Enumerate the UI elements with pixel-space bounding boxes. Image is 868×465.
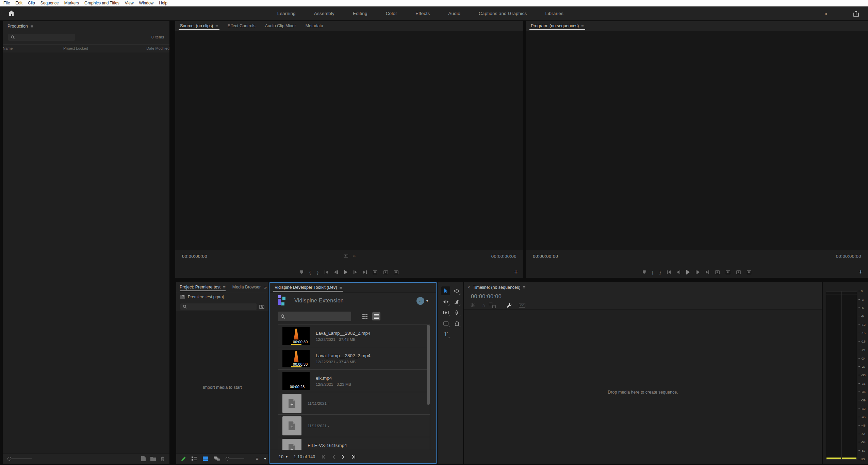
- go-to-out-button[interactable]: [706, 270, 709, 275]
- media-list-item[interactable]: 11/11/2021 -: [278, 392, 430, 415]
- rectangle-tool[interactable]: [441, 319, 450, 328]
- snap-magnet-icon[interactable]: ∩: [482, 303, 485, 308]
- media-list-item[interactable]: 00:00:30 Lava_Lamp__2802_2.mp4 12/22/202…: [278, 325, 430, 347]
- writable-pencil-icon[interactable]: [181, 456, 186, 461]
- account-menu[interactable]: a ▾: [416, 297, 428, 305]
- export-frame-button[interactable]: [394, 270, 398, 275]
- slip-tool[interactable]: [441, 308, 450, 317]
- next-page-button[interactable]: [342, 455, 345, 459]
- source-viewer[interactable]: [175, 31, 523, 250]
- type-tool[interactable]: T: [441, 330, 450, 339]
- menu-item[interactable]: Edit: [13, 0, 25, 6]
- panel-menu-icon[interactable]: ≡: [581, 24, 584, 28]
- last-page-button[interactable]: [351, 455, 356, 459]
- menu-item[interactable]: Sequence: [38, 0, 62, 6]
- vidispine-tab[interactable]: Vidispine Developer Toolkit (Dev) ≡: [270, 283, 347, 292]
- go-to-in-button[interactable]: [325, 270, 328, 275]
- workspace-overflow-chevron[interactable]: »: [824, 11, 827, 16]
- column-header[interactable]: Name ↑: [3, 46, 63, 50]
- razor-tool[interactable]: [452, 297, 461, 306]
- grid-view-toggle[interactable]: [361, 312, 369, 320]
- menu-item[interactable]: File: [1, 0, 13, 6]
- play-button[interactable]: [344, 270, 347, 275]
- timeline-playhead-timecode[interactable]: 00:00:00:00: [471, 294, 502, 300]
- audio-meter[interactable]: [826, 291, 857, 460]
- sort-icon[interactable]: ≡: [256, 456, 259, 461]
- media-browser-tab[interactable]: Media Browser: [229, 282, 264, 292]
- page-size-select[interactable]: 10 ▾: [279, 454, 288, 459]
- selection-tool[interactable]: [441, 286, 450, 295]
- chevron-down-icon[interactable]: ▾: [264, 457, 266, 461]
- monitor-tab[interactable]: Effect Controls: [223, 21, 260, 31]
- workspace-tab[interactable]: Libraries: [536, 6, 573, 20]
- lift-button[interactable]: [715, 270, 720, 275]
- close-panel-icon[interactable]: ×: [464, 285, 472, 290]
- workspace-tab[interactable]: Audio: [439, 6, 470, 20]
- trash-icon[interactable]: [161, 456, 165, 461]
- workspace-tab[interactable]: Learning: [268, 6, 305, 20]
- pen-tool[interactable]: [452, 308, 461, 317]
- captions-icon[interactable]: CC: [519, 303, 525, 308]
- go-to-out-button[interactable]: [363, 270, 367, 275]
- ripple-edit-tool[interactable]: [441, 297, 450, 306]
- panel-menu-icon[interactable]: ≡: [223, 285, 226, 289]
- menu-item[interactable]: Window: [136, 0, 157, 6]
- workspace-tab[interactable]: Captions and Graphics: [470, 6, 536, 20]
- settings-icon[interactable]: [344, 254, 348, 258]
- production-search-input[interactable]: [8, 34, 75, 41]
- panel-menu-icon[interactable]: ≡: [523, 285, 525, 289]
- hand-tool[interactable]: [452, 319, 461, 328]
- go-to-in-button[interactable]: [667, 270, 671, 275]
- monitor-tab[interactable]: Metadata: [301, 21, 328, 31]
- list-view-toggle[interactable]: [372, 312, 380, 320]
- production-list-area[interactable]: [3, 52, 169, 453]
- menu-item[interactable]: Graphics and Titles: [82, 0, 122, 6]
- step-back-button[interactable]: [677, 270, 681, 275]
- button-editor-plus[interactable]: +: [514, 269, 518, 275]
- previous-page-button[interactable]: [332, 455, 335, 459]
- icon-view-icon[interactable]: [203, 456, 208, 461]
- list-scrollbar[interactable]: [427, 325, 430, 405]
- home-button[interactable]: [6, 9, 16, 19]
- search-bin-icon[interactable]: [259, 304, 264, 309]
- program-viewer[interactable]: [526, 31, 868, 250]
- project-media-area[interactable]: Import media to start: [176, 311, 268, 453]
- project-tab[interactable]: Project: Premiere test ≡: [176, 282, 229, 292]
- thumbnail-zoom-slider[interactable]: [226, 457, 244, 461]
- column-header[interactable]: Date Modified: [146, 46, 169, 50]
- overwrite-button[interactable]: [383, 270, 388, 275]
- zoom-level-icon[interactable]: ‹+›: [353, 254, 355, 258]
- vidispine-search-input[interactable]: [278, 312, 351, 321]
- new-item-icon[interactable]: [141, 456, 146, 461]
- media-list-item[interactable]: FILE-VX-1619.mp4 11/8/2021 -: [278, 437, 430, 450]
- add-marker-button[interactable]: [643, 270, 646, 275]
- step-back-button[interactable]: [334, 270, 338, 275]
- tab-overflow-chevron[interactable]: »: [264, 285, 269, 290]
- list-view-icon[interactable]: [192, 456, 197, 461]
- workspace-tab[interactable]: Effects: [406, 6, 439, 20]
- timeline-settings-wrench-icon[interactable]: [507, 303, 512, 308]
- avatar[interactable]: a: [416, 297, 424, 305]
- step-forward-button[interactable]: [696, 270, 700, 275]
- media-list-item[interactable]: 00:00:30 Lava_Lamp__2802_2.mp4 12/22/202…: [278, 347, 430, 370]
- play-button[interactable]: [686, 270, 690, 275]
- thumbnail-zoom-slider[interactable]: [7, 457, 32, 461]
- media-list-item[interactable]: 00:00:28 elk.mp4 12/9/2021 - 3.23 MB: [278, 370, 430, 392]
- mark-out-button[interactable]: }: [317, 270, 318, 275]
- project-search-input[interactable]: [180, 303, 257, 310]
- mark-out-button[interactable]: }: [659, 270, 661, 275]
- media-list-item[interactable]: 11/11/2021 -: [278, 415, 430, 437]
- timeline-track-area[interactable]: Drop media here to create sequence.: [464, 309, 822, 464]
- extract-button[interactable]: [726, 270, 730, 275]
- program-tab[interactable]: Program: (no sequences) ≡: [526, 21, 589, 31]
- export-frame-button[interactable]: [736, 270, 741, 275]
- add-marker-button[interactable]: [300, 270, 303, 275]
- track-select-forward-tool[interactable]: [452, 286, 461, 295]
- mark-in-button[interactable]: {: [309, 270, 311, 275]
- panel-menu-icon[interactable]: ≡: [31, 24, 33, 29]
- button-editor-plus[interactable]: +: [859, 269, 863, 275]
- mark-in-button[interactable]: {: [652, 270, 653, 275]
- monitor-tab[interactable]: Audio Clip Mixer: [260, 21, 301, 31]
- workspace-tab[interactable]: Color: [377, 6, 406, 20]
- quick-export-button[interactable]: [852, 9, 861, 18]
